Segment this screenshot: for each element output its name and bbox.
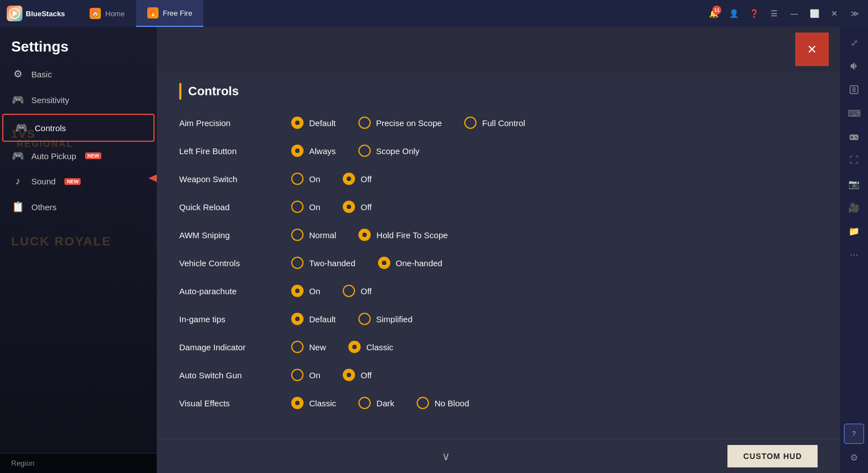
more-options-button[interactable]: ⋯ — [844, 244, 864, 265]
setting-row: Auto-parachuteOnOff — [179, 285, 818, 297]
radio-button[interactable] — [291, 313, 304, 325]
option-group: On — [291, 173, 320, 185]
account-button[interactable]: 👤 — [725, 4, 743, 22]
option-label: Default — [309, 314, 336, 324]
restore-button[interactable]: ⬜ — [805, 4, 823, 22]
radio-button[interactable] — [343, 285, 355, 297]
custom-hud-button[interactable]: CUSTOM HUD — [727, 445, 818, 467]
settings-button[interactable]: ⚙ — [844, 447, 864, 467]
controls-label: Controls — [35, 123, 66, 133]
radio-button[interactable] — [291, 397, 304, 409]
help-panel-button[interactable]: ? — [844, 424, 864, 444]
option-label: One-handed — [396, 258, 442, 268]
auto-pickup-icon: 🎮 — [11, 150, 25, 162]
option-group: On — [291, 201, 320, 213]
files-button[interactable]: 📁 — [844, 221, 864, 241]
settings-rows: Aim PrecisionDefaultPrecise on ScopeFull… — [179, 117, 818, 409]
tab-free-fire[interactable]: 🔥 Free Fire — [136, 0, 204, 27]
notifications-button[interactable]: 🔔 11 — [704, 4, 722, 22]
setting-options: OnOff — [291, 173, 818, 185]
tab-home[interactable]: 🏠 Home — [78, 0, 136, 27]
radio-button[interactable] — [291, 173, 304, 185]
radio-button[interactable] — [378, 257, 390, 269]
option-group: Two-handed — [291, 257, 356, 269]
close-window-button[interactable]: ✕ — [825, 4, 843, 22]
sidebar-item-sound[interactable]: ♪ Sound NEW — [0, 169, 157, 194]
radio-button[interactable] — [343, 173, 355, 185]
sidebar-item-sensitivity[interactable]: 🎮 Sensitivity — [0, 87, 157, 113]
option-group: Default — [291, 313, 336, 325]
radio-button[interactable] — [358, 313, 371, 325]
setting-label: Aim Precision — [179, 118, 291, 128]
radio-button[interactable] — [358, 117, 371, 129]
scroll-down-button[interactable]: ∨ — [435, 445, 457, 467]
svg-point-10 — [855, 136, 856, 137]
screenshot-button[interactable]: 📷 — [844, 174, 864, 194]
option-label: Two-handed — [309, 258, 356, 268]
side-collapse-button[interactable]: ≫ — [846, 4, 864, 22]
radio-button[interactable] — [291, 369, 304, 381]
option-label: No Blood — [435, 398, 469, 408]
volume-button[interactable] — [844, 56, 864, 76]
option-label: Hold Fire To Scope — [376, 230, 447, 240]
radio-button[interactable] — [291, 341, 304, 353]
setting-options: DefaultSimplified — [291, 313, 818, 325]
setting-row: Auto Switch GunOnOff — [179, 369, 818, 381]
app-logo: BlueStacks — [0, 6, 78, 21]
radio-button[interactable] — [358, 145, 371, 157]
minimize-button[interactable]: — — [785, 4, 803, 22]
radio-button[interactable] — [417, 397, 429, 409]
close-panel-button[interactable]: × — [795, 33, 829, 66]
radio-button[interactable] — [343, 201, 355, 213]
setting-row: Weapon SwitchOnOff — [179, 173, 818, 185]
sidebar-item-controls[interactable]: 🎮 Controls — [2, 114, 155, 142]
record-button[interactable]: 🎥 — [844, 197, 864, 217]
bottom-bar: ∨ CUSTOM HUD — [157, 439, 840, 473]
radio-button[interactable] — [358, 397, 371, 409]
radio-button[interactable] — [291, 117, 304, 129]
radio-button[interactable] — [291, 145, 304, 157]
radio-button[interactable] — [291, 257, 304, 269]
notification-badge: 11 — [712, 6, 721, 15]
option-group: Hold Fire To Scope — [358, 229, 447, 241]
sound-icon: ♪ — [11, 175, 25, 187]
radio-button[interactable] — [291, 201, 304, 213]
radio-button[interactable] — [291, 229, 304, 241]
setting-row: Damage IndicatorNewClassic — [179, 341, 818, 353]
option-group: No Blood — [417, 397, 469, 409]
setting-row: Quick ReloadOnOff — [179, 201, 818, 213]
sidebar-item-basic[interactable]: ⚙ Basic — [0, 61, 157, 87]
others-icon: 📋 — [11, 201, 25, 213]
close-area: × — [157, 27, 840, 72]
radio-button[interactable] — [464, 117, 477, 129]
settings-title: Settings — [0, 27, 157, 61]
sound-label: Sound — [31, 177, 55, 186]
sound-new-badge: NEW — [64, 178, 81, 185]
help-titlebar-button[interactable]: ❓ — [745, 4, 763, 22]
radio-button[interactable] — [343, 369, 355, 381]
others-label: Others — [31, 202, 57, 212]
option-label: Always — [309, 146, 336, 156]
radio-button[interactable] — [348, 341, 361, 353]
option-label: Simplified — [376, 314, 413, 324]
free-fire-tab-icon: 🔥 — [147, 7, 158, 18]
setting-options: NewClassic — [291, 341, 818, 353]
panel-title: Controls — [188, 84, 239, 99]
radio-button[interactable] — [291, 285, 304, 297]
sensitivity-icon: 🎮 — [11, 94, 25, 106]
option-group: Off — [343, 201, 372, 213]
expand-button[interactable]: ⤢ — [844, 33, 864, 53]
fullscreen-button[interactable]: ⛶ — [844, 150, 864, 170]
radio-button[interactable] — [358, 229, 371, 241]
panel-accent-bar — [179, 83, 181, 100]
menu-button[interactable]: ☰ — [765, 4, 783, 22]
gamepad-button[interactable] — [844, 127, 864, 147]
bluestacks-icon — [7, 6, 22, 21]
cursor-button[interactable] — [844, 80, 864, 100]
sidebar-item-auto-pickup[interactable]: 🎮 Auto Pickup NEW — [0, 143, 157, 169]
setting-row: Vehicle ControlsTwo-handedOne-handed — [179, 257, 818, 269]
keyboard-button[interactable]: ⌨ — [844, 103, 864, 123]
sidebar-item-others[interactable]: 📋 Others — [0, 194, 157, 220]
option-group: Classic — [348, 341, 393, 353]
option-group: On — [291, 369, 320, 381]
